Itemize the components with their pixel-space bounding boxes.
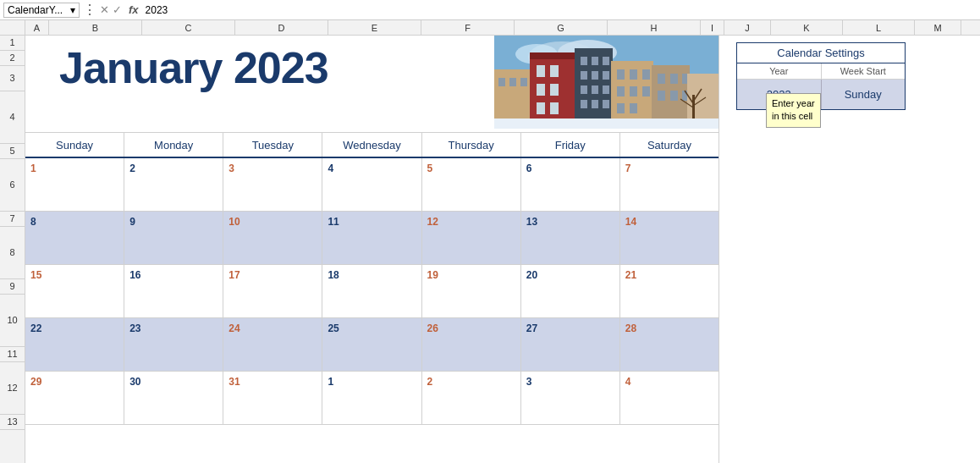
cell-number: 2 [129, 163, 135, 174]
day-header-sunday: Sunday [25, 133, 124, 157]
row-num-2: 2 [0, 51, 25, 66]
svg-rect-5 [498, 78, 505, 86]
cal-cell-4-5[interactable]: 3 [521, 372, 620, 424]
col-header-i: I [701, 20, 724, 35]
day-header-wednesday: Wednesday [322, 133, 421, 157]
day-header-thursday: Thursday [422, 133, 521, 157]
cal-cell-3-3[interactable]: 25 [322, 318, 421, 371]
svg-rect-22 [603, 71, 609, 80]
cell-number: 23 [129, 322, 140, 334]
name-box[interactable]: CalendarY... ▾ [3, 3, 80, 18]
svg-rect-17 [581, 57, 587, 65]
day-header-saturday: Saturday [620, 133, 718, 157]
confirm-icon[interactable]: ✓ [113, 3, 122, 16]
cal-cell-1-6[interactable]: 14 [620, 212, 718, 264]
cal-cell-4-1[interactable]: 30 [124, 372, 223, 424]
cal-cell-1-4[interactable]: 12 [422, 212, 521, 264]
col-header-j: J [724, 20, 771, 35]
cell-number: 17 [228, 269, 239, 281]
svg-rect-34 [630, 86, 637, 96]
cal-cell-0-6[interactable]: 7 [620, 158, 718, 211]
svg-rect-21 [592, 71, 598, 80]
calendar-row-0: 1234567 [25, 158, 718, 212]
row-num-13: 13 [0, 415, 25, 430]
col-header-b: B [49, 20, 142, 35]
cal-cell-2-6[interactable]: 21 [620, 265, 718, 317]
cal-cell-4-3[interactable]: 1 [322, 372, 421, 424]
fx-label: fx [125, 3, 142, 16]
cal-cell-0-0[interactable]: 1 [25, 158, 124, 211]
cell-number: 24 [228, 322, 239, 334]
cal-cell-1-1[interactable]: 9 [124, 212, 223, 264]
formula-bar-controls: ✕ ✓ [100, 3, 122, 16]
cal-cell-3-0[interactable]: 22 [25, 318, 124, 371]
cal-cell-1-2[interactable]: 10 [223, 212, 322, 264]
cell-number: 15 [30, 269, 41, 281]
cell-number: 20 [526, 269, 537, 281]
main-area: January 2023 [25, 36, 980, 463]
svg-rect-31 [630, 69, 637, 80]
col-header-k: K [771, 20, 843, 35]
kebab-menu-icon[interactable]: ⋮ [83, 2, 96, 18]
year-column-header: Year [737, 63, 822, 79]
svg-rect-11 [537, 84, 545, 96]
cell-number: 3 [526, 376, 532, 388]
cell-number: 19 [427, 269, 438, 281]
cal-cell-3-5[interactable]: 27 [521, 318, 620, 371]
cal-cell-4-4[interactable]: 2 [422, 372, 521, 424]
cell-number: 6 [526, 163, 532, 174]
cal-cell-4-0[interactable]: 29 [25, 372, 124, 424]
cal-cell-1-0[interactable]: 8 [25, 212, 124, 264]
cal-cell-1-5[interactable]: 13 [521, 212, 620, 264]
cal-cell-0-3[interactable]: 4 [322, 158, 421, 211]
svg-rect-24 [592, 85, 598, 94]
cal-cell-2-3[interactable]: 18 [322, 265, 421, 317]
svg-rect-42 [658, 91, 665, 101]
svg-rect-26 [581, 100, 587, 108]
name-box-dropdown-icon[interactable]: ▾ [70, 4, 75, 16]
formula-value: 2023 [146, 4, 168, 16]
cal-cell-3-6[interactable]: 28 [620, 318, 718, 371]
tooltip-line2: in this cell [772, 110, 815, 123]
col-header-n: N [961, 20, 980, 35]
cal-cell-0-1[interactable]: 2 [124, 158, 223, 211]
svg-rect-35 [642, 86, 650, 96]
cal-cell-2-1[interactable]: 16 [124, 265, 223, 317]
header-corner [0, 20, 25, 35]
row-num-4: 4 [0, 91, 25, 144]
calendar-row-1: 891011121314 [25, 212, 718, 265]
cal-cell-0-2[interactable]: 3 [223, 158, 322, 211]
cal-cell-2-5[interactable]: 20 [521, 265, 620, 317]
cal-cell-4-6[interactable]: 4 [620, 372, 718, 424]
svg-rect-33 [617, 86, 625, 96]
cal-cell-3-1[interactable]: 23 [124, 318, 223, 371]
svg-rect-27 [592, 100, 598, 108]
cancel-icon[interactable]: ✕ [100, 3, 109, 16]
row-num-7: 7 [0, 212, 25, 227]
cal-cell-2-2[interactable]: 17 [223, 265, 322, 317]
cell-number: 27 [526, 322, 537, 334]
row-num-5: 5 [0, 144, 25, 159]
day-header-friday: Friday [521, 133, 620, 157]
cal-cell-4-2[interactable]: 31 [223, 372, 322, 424]
row-num-3: 3 [0, 66, 25, 91]
calendar-rows: 1234567891011121314151617181920212223242… [25, 158, 718, 425]
svg-rect-40 [670, 74, 678, 84]
svg-rect-23 [581, 85, 587, 94]
cal-cell-0-5[interactable]: 6 [521, 158, 620, 211]
cal-cell-0-4[interactable]: 5 [422, 158, 521, 211]
cell-number: 31 [228, 376, 239, 388]
cell-number: 14 [625, 216, 636, 228]
row-num-8: 8 [0, 227, 25, 279]
cal-cell-3-2[interactable]: 24 [223, 318, 322, 371]
cell-number: 26 [427, 322, 438, 334]
cal-cell-2-4[interactable]: 19 [422, 265, 521, 317]
cell-number: 4 [328, 163, 333, 174]
week-start-value-cell[interactable]: Sunday [822, 80, 906, 109]
day-header-tuesday: Tuesday [223, 133, 322, 157]
cal-cell-3-4[interactable]: 26 [422, 318, 521, 371]
cell-number: 25 [328, 322, 339, 334]
cell-number: 5 [427, 163, 433, 174]
cal-cell-1-3[interactable]: 11 [322, 212, 421, 264]
cal-cell-2-0[interactable]: 15 [25, 265, 124, 317]
